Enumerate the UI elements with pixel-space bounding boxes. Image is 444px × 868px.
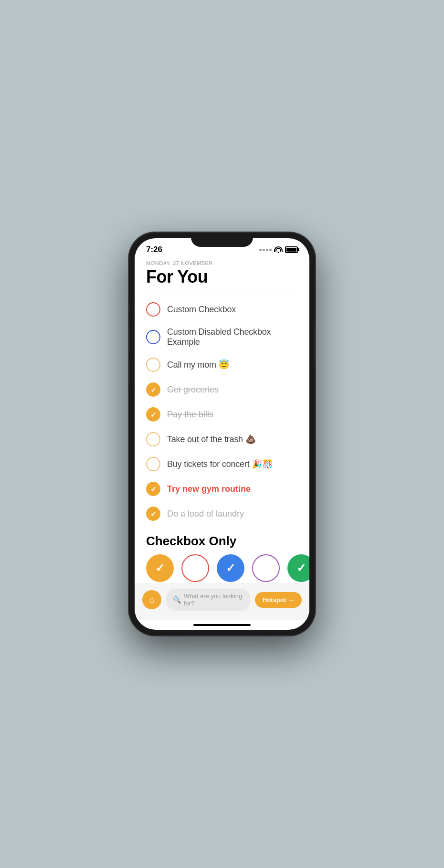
battery-icon — [285, 246, 298, 253]
phone-frame: 7:26 MONDAY, 27 NOVEMBER — [129, 233, 315, 635]
hotspot-label: Hotspot — [263, 596, 286, 603]
task-label: Custom Disabled Checkbox Example — [167, 327, 298, 347]
task-label: Do a load of laundry — [167, 509, 244, 519]
task-label: Custom Checkbox — [167, 305, 236, 315]
task-item[interactable]: ✓ Try new gym routine — [146, 476, 298, 501]
phone-screen: 7:26 MONDAY, 27 NOVEMBER — [135, 238, 309, 630]
task-item[interactable]: Buy tickets for concert 🎉🎊 — [146, 452, 298, 476]
phone-notch — [191, 233, 253, 247]
task-label: Call my mom 😇 — [167, 360, 229, 370]
task-item[interactable]: Custom Disabled Checkbox Example — [146, 322, 298, 352]
checkbox-empty-orange[interactable] — [146, 432, 160, 446]
home-icon: ⌂ — [149, 595, 155, 605]
page-title: For You — [146, 267, 298, 287]
checkmark-icon: ✓ — [150, 486, 157, 493]
cb-green-filled[interactable]: ✓ — [287, 554, 309, 582]
signal-icon — [259, 249, 272, 251]
wifi-icon — [274, 246, 283, 253]
date-label: MONDAY, 27 NOVEMBER — [146, 260, 298, 266]
cb-blue-filled[interactable]: ✓ — [217, 554, 244, 582]
task-item[interactable]: ✓ Do a load of laundry — [146, 501, 298, 526]
side-button-vol-down — [129, 358, 129, 389]
task-label: Try new gym routine — [167, 484, 251, 494]
cb-red-empty[interactable] — [181, 554, 209, 582]
checkbox-empty-orange[interactable] — [146, 457, 160, 471]
checkbox-empty-blue[interactable] — [146, 330, 160, 344]
side-button-vol-up — [129, 321, 129, 352]
side-button-power — [315, 323, 315, 366]
task-item[interactable]: Take out of the trash 💩 — [146, 427, 298, 452]
task-item[interactable]: ✓ Get groceries — [146, 377, 298, 402]
checkmark-icon: ✓ — [226, 561, 235, 575]
checkbox-empty-red[interactable] — [146, 302, 160, 317]
checkmark-icon: ✓ — [155, 561, 165, 575]
checkbox-filled-orange[interactable]: ✓ — [146, 482, 160, 496]
status-icons — [259, 246, 298, 253]
task-label: Get groceries — [167, 385, 219, 395]
checkbox-filled-orange[interactable]: ✓ — [146, 507, 160, 521]
hotspot-button[interactable]: Hotspot → — [255, 592, 302, 608]
bottom-bar: ⌂ 🔍 What are you looking for? Hotspot → — [135, 583, 309, 620]
status-time: 7:26 — [146, 245, 162, 254]
checkbox-filled-orange[interactable]: ✓ — [146, 407, 160, 422]
checkmark-icon: ✓ — [150, 411, 157, 418]
task-label: Buy tickets for concert 🎉🎊 — [167, 459, 273, 469]
task-list: Custom Checkbox Custom Disabled Checkbox… — [135, 297, 309, 526]
task-item[interactable]: Custom Checkbox — [146, 297, 298, 322]
checkbox-empty-orange[interactable] — [146, 358, 160, 372]
section-title: Checkbox Only — [135, 526, 309, 554]
search-bar[interactable]: 🔍 What are you looking for? — [166, 589, 250, 611]
side-button-mute — [129, 299, 129, 316]
home-indicator — [135, 620, 309, 630]
header-section: MONDAY, 27 NOVEMBER For You — [135, 258, 309, 293]
checkbox-filled-orange[interactable]: ✓ — [146, 382, 160, 397]
checkmark-icon: ✓ — [296, 561, 306, 575]
home-button[interactable]: ⌂ — [142, 590, 161, 609]
header-divider — [146, 293, 298, 293]
checkmark-icon: ✓ — [150, 510, 157, 518]
cb-purple-empty[interactable] — [252, 554, 280, 582]
search-icon: 🔍 — [173, 596, 181, 603]
task-item[interactable]: ✓ Pay the bills — [146, 402, 298, 427]
main-content: MONDAY, 27 NOVEMBER For You Custom Check… — [135, 258, 309, 583]
checkmark-icon: ✓ — [150, 386, 157, 393]
checkbox-only-row: ✓ ✓ ✓ — [135, 554, 309, 583]
task-label: Pay the bills — [167, 410, 213, 420]
hotspot-arrow-icon: → — [288, 596, 294, 603]
search-placeholder: What are you looking for? — [184, 593, 243, 607]
task-item[interactable]: Call my mom 😇 — [146, 352, 298, 377]
task-label: Take out of the trash 💩 — [167, 434, 256, 445]
cb-orange-filled[interactable]: ✓ — [146, 554, 174, 582]
